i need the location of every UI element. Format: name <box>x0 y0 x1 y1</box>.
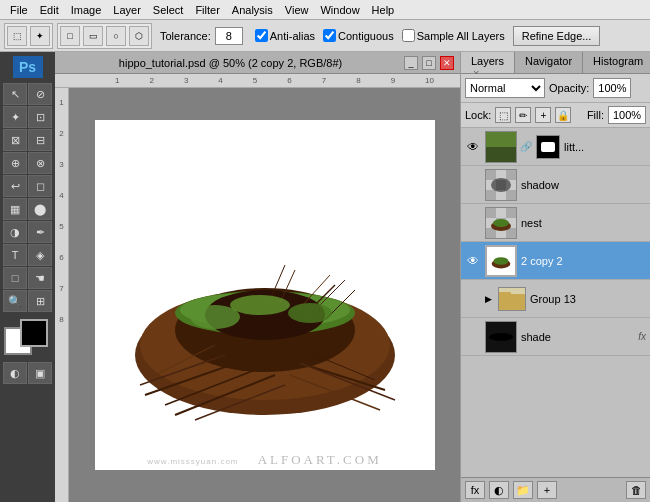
zoom-tool[interactable]: 🔍 <box>3 290 27 312</box>
tab-navigator[interactable]: Navigator <box>515 52 583 73</box>
new-group-btn[interactable]: 📁 <box>513 481 533 499</box>
group-arrow-icon[interactable]: ▶ <box>485 294 492 304</box>
layer-name-2copy2: 2 copy 2 <box>521 255 646 267</box>
photoshop-logo: Ps <box>13 56 43 78</box>
tab-histogram[interactable]: Histogram <box>583 52 650 73</box>
menu-analysis[interactable]: Analysis <box>226 2 279 18</box>
blend-mode-select[interactable]: Normal <box>465 78 545 98</box>
layer-mask-litt <box>536 135 560 159</box>
canvas-viewport[interactable]: www.misssyuan.com ALFOART.COM <box>69 88 460 502</box>
layer-eye-shade[interactable]: 👁 <box>465 329 481 345</box>
tab-layers[interactable]: Layers × <box>461 52 515 73</box>
tool-btn-select[interactable]: ⬚ <box>7 26 27 46</box>
refine-edge-button[interactable]: Refine Edge... <box>513 26 601 46</box>
svg-rect-29 <box>541 142 555 152</box>
history-brush-tool[interactable]: ↩ <box>3 175 27 197</box>
eraser-tool[interactable]: ◻ <box>28 175 52 197</box>
svg-point-36 <box>491 178 511 192</box>
opacity-input[interactable] <box>593 78 631 98</box>
canvas-area: hippo_tutorial.psd @ 50% (2 copy 2, RGB/… <box>55 52 460 502</box>
tool-shape-custom[interactable]: ⬡ <box>129 26 149 46</box>
layer-name-litt: litt... <box>564 141 646 153</box>
gradient-tool[interactable]: ▦ <box>3 198 27 220</box>
layer-eye-nest[interactable]: 👁 <box>465 215 481 231</box>
layer-eye-shadow[interactable]: 👁 <box>465 177 481 193</box>
blur-tool[interactable]: ⬤ <box>28 198 52 220</box>
layer-eye-group13[interactable]: 👁 <box>465 291 481 307</box>
screen-mode-btn[interactable]: ▣ <box>28 362 52 384</box>
add-style-btn[interactable]: fx <box>465 481 485 499</box>
svg-point-24 <box>288 303 332 323</box>
toolbox: Ps ↖ ⊘ ✦ ⊡ ⊠ ⊟ ⊕ ⊗ ↩ ◻ ▦ ⬤ ◑ ✒ T <box>0 52 55 502</box>
canvas-content: 12345678 <box>55 88 460 502</box>
layer-item-shade[interactable]: 👁 shade fx <box>461 318 650 356</box>
menu-window[interactable]: Window <box>314 2 365 18</box>
tool-btn-magic[interactable]: ✦ <box>30 26 50 46</box>
layer-item-nest[interactable]: 👁 nest <box>461 204 650 242</box>
move-tool[interactable]: ↖ <box>3 83 27 105</box>
menu-file[interactable]: File <box>4 2 34 18</box>
anti-alias-checkbox[interactable] <box>255 29 268 42</box>
brush-tool[interactable]: ⊕ <box>3 152 27 174</box>
svg-point-44 <box>493 219 509 227</box>
lock-all-icon[interactable]: 🔒 <box>555 107 571 123</box>
tool-shape-ellipse[interactable]: ○ <box>106 26 126 46</box>
new-layer-btn[interactable]: + <box>537 481 557 499</box>
tool-shape-rect[interactable]: □ <box>60 26 80 46</box>
ruler-vertical: 12345678 <box>55 88 69 502</box>
tool-row-2: ✦ ⊡ <box>3 106 52 128</box>
lock-position-icon[interactable]: + <box>535 107 551 123</box>
layer-eye-2copy2[interactable]: 👁 <box>465 253 481 269</box>
delete-layer-btn[interactable]: 🗑 <box>626 481 646 499</box>
foreground-color[interactable] <box>20 319 48 347</box>
layer-item-litt[interactable]: 👁 🔗 litt... <box>461 128 650 166</box>
hand-tool[interactable]: ☚ <box>28 267 52 289</box>
lock-transparent-icon[interactable]: ⬚ <box>495 107 511 123</box>
text-tool[interactable]: T <box>3 244 27 266</box>
menu-help[interactable]: Help <box>366 2 401 18</box>
contiguous-checkbox[interactable] <box>323 29 336 42</box>
contiguous-check[interactable]: Contiguous <box>323 29 394 42</box>
lock-pixels-icon[interactable]: ✏ <box>515 107 531 123</box>
svg-rect-27 <box>486 147 516 162</box>
clone-tool[interactable]: ⊗ <box>28 152 52 174</box>
close-btn[interactable]: ✕ <box>440 56 454 70</box>
layer-item-2copy2[interactable]: 👁 2 copy 2 <box>461 242 650 280</box>
eyedropper-tool[interactable]: ⊠ <box>3 129 27 151</box>
layers-controls: Normal Opacity: <box>461 74 650 103</box>
layer-item-shadow[interactable]: 👁 shadow <box>461 166 650 204</box>
menu-select[interactable]: Select <box>147 2 190 18</box>
menu-view[interactable]: View <box>279 2 315 18</box>
rectangle-tool[interactable]: □ <box>3 267 27 289</box>
menu-edit[interactable]: Edit <box>34 2 65 18</box>
watermark: www.misssyuan.com ALFOART.COM <box>95 452 435 468</box>
patch-tool[interactable]: ⊟ <box>28 129 52 151</box>
crop-tool[interactable]: ⊡ <box>28 106 52 128</box>
svg-rect-49 <box>499 292 511 296</box>
menu-filter[interactable]: Filter <box>189 2 225 18</box>
anti-alias-check[interactable]: Anti-alias <box>255 29 315 42</box>
fill-input[interactable] <box>608 106 646 124</box>
layer-eye-litt[interactable]: 👁 <box>465 139 481 155</box>
tool-shape-group: □ ▭ ○ ⬡ <box>57 23 152 49</box>
add-mask-btn[interactable]: ◐ <box>489 481 509 499</box>
lasso-tool[interactable]: ⊘ <box>28 83 52 105</box>
menu-layer[interactable]: Layer <box>107 2 147 18</box>
layer-item-group13[interactable]: 👁 ▶ Group 13 <box>461 280 650 318</box>
quick-mask-btn[interactable]: ◐ <box>3 362 27 384</box>
tool-row-1: ↖ ⊘ <box>3 83 52 105</box>
tool-shape-roundrect[interactable]: ▭ <box>83 26 103 46</box>
minimize-btn[interactable]: _ <box>404 56 418 70</box>
dodge-tool[interactable]: ◑ <box>3 221 27 243</box>
sample-all-checkbox[interactable] <box>402 29 415 42</box>
menu-image[interactable]: Image <box>65 2 108 18</box>
path-tool[interactable]: ◈ <box>28 244 52 266</box>
toolbar: ⬚ ✦ □ ▭ ○ ⬡ Tolerance: Anti-alias Contig… <box>0 20 650 52</box>
main-area: Ps ↖ ⊘ ✦ ⊡ ⊠ ⊟ ⊕ ⊗ ↩ ◻ ▦ ⬤ ◑ ✒ T <box>0 52 650 502</box>
sample-all-check[interactable]: Sample All Layers <box>402 29 505 42</box>
pen-tool[interactable]: ✒ <box>28 221 52 243</box>
maximize-btn[interactable]: □ <box>422 56 436 70</box>
tolerance-input[interactable] <box>215 27 243 45</box>
quick-select-tool[interactable]: ✦ <box>3 106 27 128</box>
extra-tool[interactable]: ⊞ <box>28 290 52 312</box>
